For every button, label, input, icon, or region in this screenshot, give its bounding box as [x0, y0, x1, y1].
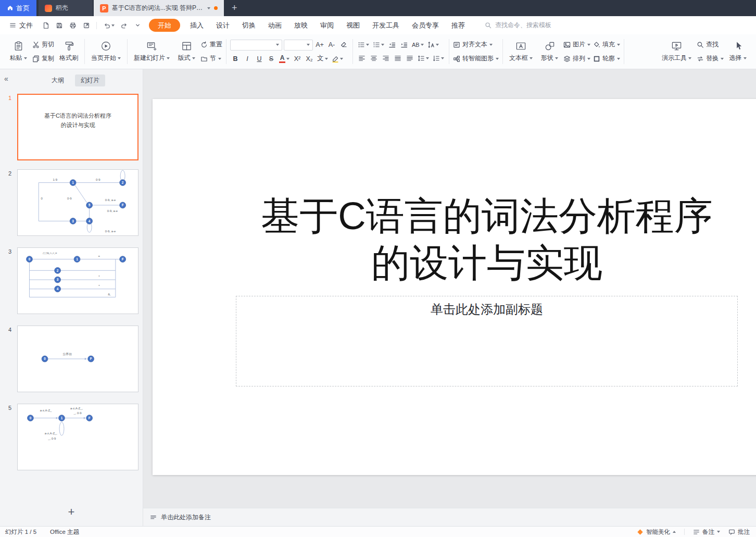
outline-button[interactable]: 轮廓: [593, 54, 620, 64]
format-painter-button[interactable]: 格式刷: [57, 40, 81, 64]
tab-slides[interactable]: 幻灯片: [75, 74, 105, 86]
tab-animation[interactable]: 动画: [262, 16, 288, 34]
caret-down-icon: [381, 44, 384, 46]
decrease-font-button[interactable]: A-: [326, 40, 337, 50]
section-label: 节: [210, 54, 216, 63]
collapse-panel-button[interactable]: «: [4, 74, 8, 83]
tab-transition[interactable]: 切换: [236, 16, 262, 34]
tab-outline[interactable]: 大纲: [46, 74, 70, 86]
tab-recommend[interactable]: 推荐: [445, 16, 471, 34]
document-tab[interactable]: P 基于C语言的词法...实现 答辩PPT: [94, 0, 224, 16]
bold-button[interactable]: B: [230, 54, 241, 64]
replace-button[interactable]: 替换: [697, 54, 724, 64]
slide-thumbnail-3[interactable]: 0 1 F 2 3 4 /,!,%,>,<,= = * * &,: [17, 247, 138, 314]
docer-tab[interactable]: 稻壳: [39, 0, 93, 16]
subtitle-placeholder[interactable]: 单击此处添加副标题: [236, 296, 738, 386]
paragraph-spacing-button[interactable]: [432, 53, 445, 64]
slide-thumbnail-1[interactable]: 基于C语言的词法分析程序 的设计与实现: [17, 94, 138, 160]
play-from-current-button[interactable]: 当页开始: [89, 40, 123, 64]
copy-button[interactable]: 复制: [32, 54, 54, 64]
shapes-button[interactable]: 形状: [538, 40, 561, 64]
tab-view[interactable]: 视图: [340, 16, 366, 34]
underline-button[interactable]: U: [254, 54, 264, 64]
slide-title[interactable]: 基于C语言的词法分析程序 的设计与实现: [153, 193, 756, 286]
pinyin-guide-button[interactable]: 文: [316, 54, 329, 64]
tab-design[interactable]: 设计: [210, 16, 236, 34]
svg-text:0-9, a-e: 0-9, a-e: [105, 198, 116, 202]
new-tab-button[interactable]: +: [224, 0, 245, 16]
reset-button[interactable]: 重置: [200, 40, 222, 49]
line-spacing-button[interactable]: [417, 53, 430, 64]
presentation-tools-button[interactable]: 演示工具: [659, 40, 694, 64]
home-button[interactable]: 首页: [0, 0, 36, 16]
italic-button[interactable]: I: [242, 54, 253, 64]
panel-tabs: 大纲 幻灯片: [46, 74, 105, 86]
svg-text:a-z,A-Z_: a-z,A-Z_: [40, 409, 52, 412]
section-button[interactable]: 节: [200, 54, 222, 64]
tools-group: 演示工具 查找 替换 选择: [656, 35, 753, 68]
slide-thumbnail-2[interactable]: 1 2 5 F 3 4 1-9 0-9 0 0-9 0-9, a-e 0-9, …: [17, 169, 138, 236]
align-left-button[interactable]: [357, 53, 367, 64]
new-slide-button[interactable]: 新建幻灯片: [131, 40, 172, 64]
subscript-button[interactable]: X₂: [304, 54, 314, 64]
layout-button[interactable]: 版式: [175, 40, 198, 64]
smart-beautify-label: 智能美化: [646, 528, 670, 536]
new-document-icon[interactable]: [42, 22, 49, 29]
superscript-button[interactable]: X²: [292, 54, 303, 64]
align-right-button[interactable]: [381, 53, 391, 64]
select-button[interactable]: 选择: [726, 40, 749, 64]
slide-editing-surface[interactable]: 基于C语言的词法分析程序 的设计与实现 单击此处添加副标题: [153, 99, 756, 475]
tab-insert[interactable]: 插入: [184, 16, 210, 34]
arrange-button[interactable]: 排列: [563, 54, 590, 64]
slide-thumbnail-4[interactable]: 0 F 分界符: [17, 326, 138, 392]
add-slide-button[interactable]: +: [0, 505, 143, 519]
theme-name[interactable]: Office 主题: [50, 528, 79, 536]
fill-button[interactable]: 填充: [593, 40, 620, 49]
bullets-button[interactable]: [357, 40, 370, 50]
save-icon[interactable]: [56, 22, 63, 29]
print-icon[interactable]: [69, 22, 77, 29]
comments-button[interactable]: 批注: [728, 528, 750, 536]
notes-bar[interactable]: 单击此处添加备注: [143, 508, 756, 526]
align-text-button[interactable]: 对齐文本: [453, 40, 499, 49]
clear-format-button[interactable]: [338, 40, 349, 50]
increase-font-button[interactable]: A+: [314, 40, 325, 50]
tab-member[interactable]: 会员专享: [406, 16, 445, 34]
tab-home[interactable]: 开始: [149, 19, 180, 32]
font-size-select[interactable]: [284, 40, 313, 51]
textbox-button[interactable]: 文本框: [507, 40, 535, 64]
undo-button[interactable]: [103, 22, 115, 29]
align-center-button[interactable]: [369, 53, 379, 64]
export-icon[interactable]: [83, 22, 90, 29]
redo-icon[interactable]: [121, 22, 128, 29]
tab-slideshow[interactable]: 放映: [288, 16, 314, 34]
decrease-indent-button[interactable]: [387, 40, 397, 50]
text-direction-button[interactable]: [426, 40, 440, 50]
tab-devtools[interactable]: 开发工具: [366, 16, 406, 34]
smart-beautify-button[interactable]: 智能美化: [637, 528, 676, 536]
chevron-down-icon[interactable]: [134, 22, 141, 29]
increase-indent-button[interactable]: [399, 40, 409, 50]
file-menu-button[interactable]: 文件: [5, 16, 37, 34]
picture-button[interactable]: 图片: [563, 40, 590, 49]
tab-options-caret-icon[interactable]: [207, 7, 210, 9]
distribute-button[interactable]: [405, 53, 415, 64]
change-case-button[interactable]: AB: [411, 40, 425, 50]
strikethrough-button[interactable]: S: [266, 54, 276, 64]
cut-button[interactable]: 剪切: [32, 40, 54, 49]
tab-review[interactable]: 审阅: [314, 16, 340, 34]
justify-button[interactable]: [393, 53, 403, 64]
convert-smartart-button[interactable]: 转智能图形: [453, 54, 499, 64]
slide-thumbnail-5[interactable]: 0 1 F a-z,A-Z_ a-z,A-Z_, _, 0-9 a-z,A-Z_…: [17, 404, 138, 470]
notes-toggle-button[interactable]: 备注: [693, 528, 720, 536]
find-button[interactable]: 查找: [697, 40, 724, 49]
paste-button[interactable]: 粘贴: [7, 40, 30, 64]
select-cursor-icon: [733, 41, 744, 52]
numbering-button[interactable]: [372, 40, 385, 50]
font-color-button[interactable]: A: [278, 54, 291, 64]
command-search[interactable]: 查找命令、搜索模板: [485, 21, 551, 30]
font-name-select[interactable]: [230, 40, 282, 51]
slides-panel: « 大纲 幻灯片 1 基于C语言的词法分析程序 的设计与实现 2 1 2 5 F…: [0, 69, 143, 526]
highlight-button[interactable]: [331, 54, 344, 64]
picture-icon: [563, 41, 571, 48]
